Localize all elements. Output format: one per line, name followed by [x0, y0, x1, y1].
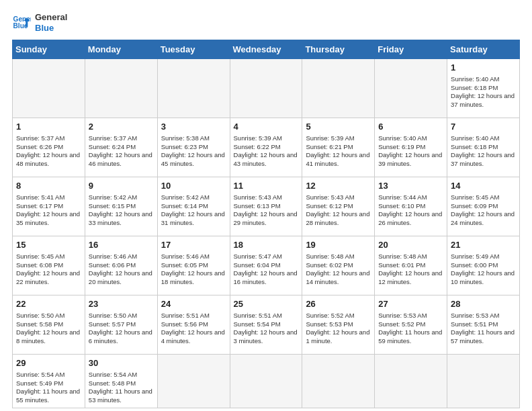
day-info: Sunrise: 5:43 AMSunset: 6:12 PMDaylight:…	[306, 193, 371, 228]
calendar-day: 16Sunrise: 5:46 AMSunset: 6:06 PMDayligh…	[85, 236, 157, 295]
day-info: Sunrise: 5:53 AMSunset: 5:52 PMDaylight:…	[378, 312, 443, 346]
calendar-day: 27Sunrise: 5:53 AMSunset: 5:52 PMDayligh…	[375, 295, 447, 355]
day-info: Sunrise: 5:38 AMSunset: 6:23 PMDaylight:…	[161, 134, 226, 169]
day-number: 10	[161, 180, 226, 192]
calendar-table: SundayMondayTuesdayWednesdayThursdayFrid…	[12, 40, 520, 408]
calendar-day: 23Sunrise: 5:50 AMSunset: 5:57 PMDayligh…	[85, 295, 157, 355]
day-info: Sunrise: 5:45 AMSunset: 6:08 PMDaylight:…	[16, 253, 81, 287]
calendar-day	[157, 59, 230, 118]
calendar-day	[157, 355, 230, 408]
calendar-day: 5Sunrise: 5:39 AMSunset: 6:21 PMDaylight…	[302, 118, 375, 177]
calendar-day: 22Sunrise: 5:50 AMSunset: 5:58 PMDayligh…	[13, 295, 85, 355]
day-number: 25	[234, 298, 299, 310]
day-number: 20	[378, 239, 443, 251]
calendar-day: 28Sunrise: 5:53 AMSunset: 5:51 PMDayligh…	[447, 295, 520, 355]
day-info: Sunrise: 5:49 AMSunset: 6:00 PMDaylight:…	[451, 253, 516, 287]
calendar-day: 19Sunrise: 5:48 AMSunset: 6:02 PMDayligh…	[302, 236, 375, 295]
logo: General Blue General Blue	[12, 12, 67, 33]
day-number: 1	[16, 121, 81, 133]
day-header-saturday: Saturday	[447, 40, 520, 59]
day-header-thursday: Thursday	[302, 40, 375, 59]
day-number: 16	[89, 239, 154, 251]
calendar-day: 7Sunrise: 5:40 AMSunset: 6:18 PMDaylight…	[447, 118, 520, 177]
day-info: Sunrise: 5:50 AMSunset: 5:58 PMDaylight:…	[16, 312, 81, 346]
day-info: Sunrise: 5:40 AMSunset: 6:19 PMDaylight:…	[378, 134, 443, 169]
calendar-day	[230, 59, 302, 118]
day-info: Sunrise: 5:37 AMSunset: 6:26 PMDaylight:…	[16, 134, 81, 169]
day-number: 19	[306, 239, 371, 251]
calendar-day: 29Sunrise: 5:54 AMSunset: 5:49 PMDayligh…	[13, 355, 85, 408]
calendar-week-1: 1Sunrise: 5:37 AMSunset: 6:26 PMDaylight…	[13, 118, 520, 177]
calendar-week-2: 8Sunrise: 5:41 AMSunset: 6:17 PMDaylight…	[13, 177, 520, 236]
day-info: Sunrise: 5:53 AMSunset: 5:51 PMDaylight:…	[451, 312, 516, 346]
day-header-friday: Friday	[375, 40, 447, 59]
day-info: Sunrise: 5:54 AMSunset: 5:49 PMDaylight:…	[16, 371, 81, 405]
day-number: 3	[161, 121, 226, 133]
calendar-day: 20Sunrise: 5:48 AMSunset: 6:01 PMDayligh…	[375, 236, 447, 295]
day-info: Sunrise: 5:54 AMSunset: 5:48 PMDaylight:…	[89, 371, 154, 405]
logo-blue: Blue	[35, 23, 67, 34]
calendar-day	[85, 59, 157, 118]
day-number: 26	[306, 298, 371, 310]
day-info: Sunrise: 5:42 AMSunset: 6:14 PMDaylight:…	[161, 193, 226, 228]
day-info: Sunrise: 5:45 AMSunset: 6:09 PMDaylight:…	[451, 193, 516, 228]
day-info: Sunrise: 5:39 AMSunset: 6:22 PMDaylight:…	[234, 134, 299, 169]
calendar-day	[447, 355, 520, 408]
calendar-header-row: SundayMondayTuesdayWednesdayThursdayFrid…	[13, 40, 520, 59]
calendar-day: 14Sunrise: 5:45 AMSunset: 6:09 PMDayligh…	[447, 177, 520, 236]
day-info: Sunrise: 5:46 AMSunset: 6:05 PMDaylight:…	[161, 253, 226, 287]
calendar-day: 30Sunrise: 5:54 AMSunset: 5:48 PMDayligh…	[85, 355, 157, 408]
day-info: Sunrise: 5:48 AMSunset: 6:02 PMDaylight:…	[306, 253, 371, 287]
calendar-day: 1Sunrise: 5:40 AMSunset: 6:18 PMDaylight…	[447, 59, 520, 118]
calendar-day: 2Sunrise: 5:37 AMSunset: 6:24 PMDaylight…	[85, 118, 157, 177]
day-info: Sunrise: 5:39 AMSunset: 6:21 PMDaylight:…	[306, 134, 371, 169]
day-header-monday: Monday	[85, 40, 157, 59]
calendar-page: General Blue General Blue SundayMondayTu…	[0, 0, 532, 411]
day-number: 5	[306, 121, 371, 133]
calendar-day: 25Sunrise: 5:51 AMSunset: 5:54 PMDayligh…	[230, 295, 302, 355]
day-number: 7	[451, 121, 516, 133]
calendar-day: 9Sunrise: 5:42 AMSunset: 6:15 PMDaylight…	[85, 177, 157, 236]
header: General Blue General Blue	[12, 12, 520, 33]
calendar-day: 17Sunrise: 5:46 AMSunset: 6:05 PMDayligh…	[157, 236, 230, 295]
day-number: 24	[161, 298, 226, 310]
day-number: 6	[378, 121, 443, 133]
day-info: Sunrise: 5:43 AMSunset: 6:13 PMDaylight:…	[234, 193, 299, 228]
day-number: 12	[306, 180, 371, 192]
day-info: Sunrise: 5:41 AMSunset: 6:17 PMDaylight:…	[16, 193, 81, 228]
calendar-day: 3Sunrise: 5:38 AMSunset: 6:23 PMDaylight…	[157, 118, 230, 177]
day-number: 2	[89, 121, 154, 133]
calendar-day: 18Sunrise: 5:47 AMSunset: 6:04 PMDayligh…	[230, 236, 302, 295]
calendar-day	[13, 59, 85, 118]
day-info: Sunrise: 5:52 AMSunset: 5:53 PMDaylight:…	[306, 312, 371, 346]
day-number: 11	[234, 180, 299, 192]
calendar-day: 13Sunrise: 5:44 AMSunset: 6:10 PMDayligh…	[375, 177, 447, 236]
day-info: Sunrise: 5:48 AMSunset: 6:01 PMDaylight:…	[378, 253, 443, 287]
day-info: Sunrise: 5:46 AMSunset: 6:06 PMDaylight:…	[89, 253, 154, 287]
day-number: 23	[89, 298, 154, 310]
calendar-day: 4Sunrise: 5:39 AMSunset: 6:22 PMDaylight…	[230, 118, 302, 177]
calendar-day: 6Sunrise: 5:40 AMSunset: 6:19 PMDaylight…	[375, 118, 447, 177]
day-info: Sunrise: 5:40 AMSunset: 6:18 PMDaylight:…	[451, 75, 516, 109]
day-number: 14	[451, 180, 516, 192]
calendar-day	[375, 355, 447, 408]
calendar-day: 24Sunrise: 5:51 AMSunset: 5:56 PMDayligh…	[157, 295, 230, 355]
calendar-day	[375, 59, 447, 118]
day-header-tuesday: Tuesday	[157, 40, 230, 59]
day-info: Sunrise: 5:47 AMSunset: 6:04 PMDaylight:…	[234, 253, 299, 287]
day-number: 29	[16, 357, 81, 369]
day-number: 1	[451, 62, 516, 74]
day-info: Sunrise: 5:42 AMSunset: 6:15 PMDaylight:…	[89, 193, 154, 228]
day-info: Sunrise: 5:37 AMSunset: 6:24 PMDaylight:…	[89, 134, 154, 169]
day-number: 21	[451, 239, 516, 251]
day-number: 18	[234, 239, 299, 251]
calendar-day	[230, 355, 302, 408]
calendar-day	[302, 59, 375, 118]
day-info: Sunrise: 5:50 AMSunset: 5:57 PMDaylight:…	[89, 312, 154, 346]
day-number: 27	[378, 298, 443, 310]
day-info: Sunrise: 5:51 AMSunset: 5:56 PMDaylight:…	[161, 312, 226, 346]
calendar-day: 26Sunrise: 5:52 AMSunset: 5:53 PMDayligh…	[302, 295, 375, 355]
calendar-day: 8Sunrise: 5:41 AMSunset: 6:17 PMDaylight…	[13, 177, 85, 236]
day-info: Sunrise: 5:51 AMSunset: 5:54 PMDaylight:…	[234, 312, 299, 346]
logo-icon: General Blue	[12, 13, 31, 32]
